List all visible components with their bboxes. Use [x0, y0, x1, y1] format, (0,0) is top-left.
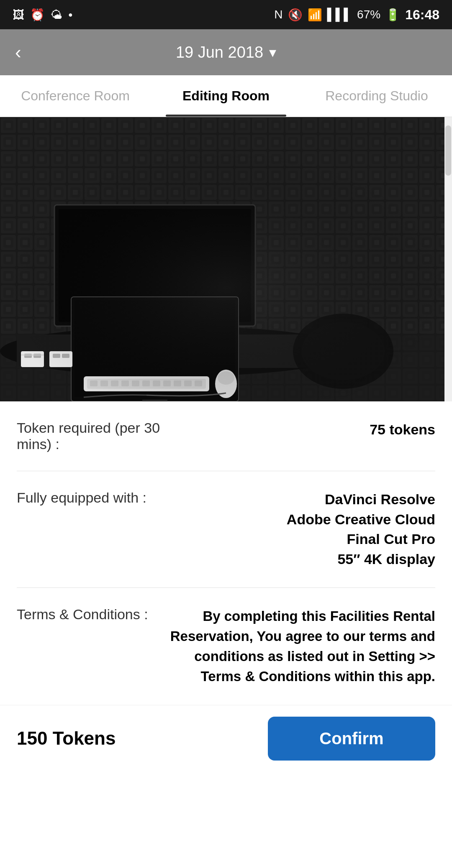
nfc-icon: N [274, 8, 282, 21]
signal-icon: ▌▌▌ [327, 8, 352, 21]
image-icon: 🖼 [13, 8, 24, 22]
bottom-bar: 150 Tokens Confirm [0, 705, 452, 772]
nav-title-container: 19 Jun 2018 ▾ [176, 43, 276, 61]
tab-conference[interactable]: Conference Room [0, 75, 151, 117]
clock-icon: ⏰ [30, 8, 45, 22]
nav-bar: ‹ 19 Jun 2018 ▾ [0, 29, 452, 75]
tabs-container: Conference Room Editing Room Recording S… [0, 75, 452, 117]
mute-icon: 🔇 [288, 8, 303, 22]
tab-editing[interactable]: Editing Room [151, 75, 301, 117]
nav-date-title: 19 Jun 2018 [176, 43, 263, 61]
terms-value: By completing this Facilities Rental Res… [157, 606, 435, 686]
back-button[interactable]: ‹ [15, 42, 21, 63]
scroll-indicator [444, 117, 452, 401]
terms-label: Terms & Conditions : [17, 606, 148, 623]
token-value: 75 tokens [184, 420, 435, 440]
weather-icon: 🌤 [51, 8, 62, 22]
dot-icon: ● [68, 10, 73, 19]
confirm-button[interactable]: Confirm [268, 717, 435, 761]
tab-recording[interactable]: Recording Studio [301, 75, 452, 117]
status-icons-left: 🖼 ⏰ 🌤 ● [13, 8, 73, 22]
battery-percentage: 67% [357, 8, 380, 21]
token-row: Token required (per 30 mins) : 75 tokens [17, 401, 435, 471]
battery-icon: 🔋 [385, 8, 400, 22]
nav-chevron-icon[interactable]: ▾ [269, 44, 276, 61]
room-image [0, 117, 452, 401]
status-time: 16:48 [405, 7, 439, 23]
status-bar: 🖼 ⏰ 🌤 ● N 🔇 📶 ▌▌▌ 67% 🔋 16:48 [0, 0, 452, 29]
equipment-row: Fully equipped with : DaVinci Resolve Ad… [17, 471, 435, 588]
wifi-icon: 📶 [308, 8, 322, 22]
token-label: Token required (per 30 mins) : [17, 420, 176, 452]
equipment-label: Fully equipped with : [17, 490, 146, 506]
terms-row: Terms & Conditions : By completing this … [17, 588, 435, 705]
scroll-thumb [445, 125, 451, 176]
status-icons-right: N 🔇 📶 ▌▌▌ 67% 🔋 16:48 [274, 7, 439, 23]
tokens-display: 150 Tokens [17, 728, 116, 749]
svg-rect-41 [0, 117, 452, 401]
equipment-value: DaVinci Resolve Adobe Creative Cloud Fin… [155, 490, 435, 569]
details-section: Token required (per 30 mins) : 75 tokens… [0, 401, 452, 705]
